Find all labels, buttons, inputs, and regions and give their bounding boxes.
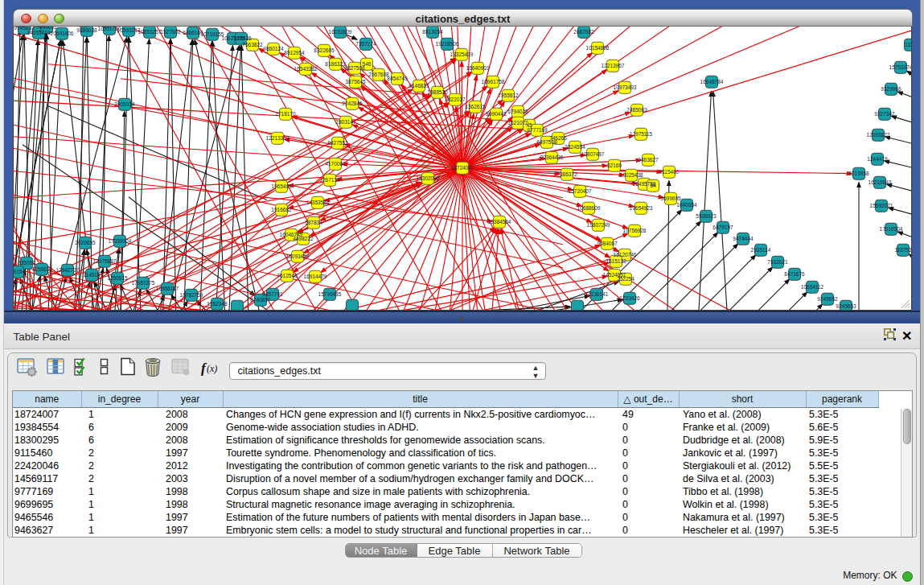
svg-text:19756928: 19756928 [623,228,647,233]
svg-text:7357274: 7357274 [355,41,376,47]
svg-text:7955812: 7955812 [498,93,519,98]
svg-text:3267130: 3267130 [319,177,340,183]
svg-text:9860124: 9860124 [263,46,284,51]
svg-text:6794028: 6794028 [507,109,528,114]
svg-text:6479197: 6479197 [713,225,733,230]
svg-text:16093459: 16093459 [286,253,310,259]
svg-text:2935114: 2935114 [751,247,771,253]
svg-text:10958117: 10958117 [156,286,179,291]
svg-text:8990448: 8990448 [486,111,507,117]
svg-text:10154808: 10154808 [586,45,610,51]
svg-text:2803147: 2803147 [335,119,356,125]
svg-text:15692071: 15692071 [870,203,893,208]
svg-text:13325419: 13325419 [450,51,474,57]
svg-text:4498222: 4498222 [293,236,314,241]
svg-text:12942737: 12942737 [56,267,80,273]
svg-text:8454749: 8454749 [387,76,408,81]
svg-text:9886038: 9886038 [76,27,97,33]
svg-text:9245652: 9245652 [817,296,838,302]
svg-text:9245653: 9245653 [836,303,856,309]
svg-text:1156829: 1156829 [32,266,52,272]
svg-text:10654112: 10654112 [801,284,824,290]
svg-text:16210643: 16210643 [869,179,892,185]
svg-text:15716485: 15716485 [318,291,342,297]
svg-text:7515526: 7515526 [231,35,252,41]
svg-text:9084067: 9084067 [597,241,618,246]
svg-text:18302095: 18302095 [417,175,440,181]
svg-text:14353584: 14353584 [306,200,330,205]
svg-text:16120746: 16120746 [614,252,637,257]
svg-text:14055713: 14055713 [27,30,51,35]
svg-text:9227342: 9227342 [874,111,895,117]
svg-text:15751074: 15751074 [889,64,912,70]
svg-text:8912954: 8912954 [284,50,305,56]
svg-text:7485063: 7485063 [626,107,647,113]
svg-text:1244419: 1244419 [867,156,888,162]
svg-text:2020655: 2020655 [75,240,96,245]
svg-text:9463627: 9463627 [638,157,659,163]
svg-text:9329966: 9329966 [881,86,901,92]
svg-text:19384554: 19384554 [488,219,511,225]
svg-text:16640910: 16640910 [466,65,490,71]
svg-text:16961758: 16961758 [482,79,505,84]
svg-text:8813054: 8813054 [422,29,443,35]
svg-text:9777169: 9777169 [527,127,548,133]
svg-text:39154: 39154 [14,269,25,274]
svg-text:15807249: 15807249 [587,222,610,228]
svg-text:1250515: 1250515 [107,275,128,281]
svg-text:8186323: 8186323 [325,61,346,67]
svg-text:7386372: 7386372 [556,171,577,177]
svg-text:16543382: 16543382 [294,66,318,72]
svg-text:18724007: 18724007 [451,165,474,171]
svg-text:15720407: 15720407 [569,188,592,194]
svg-text:10973493: 10973493 [614,84,637,90]
svg-text:2905334: 2905334 [114,101,135,107]
svg-text:746266: 746266 [549,135,567,141]
svg-text:13975887: 13975887 [93,258,117,264]
svg-text:9146821: 9146821 [409,83,429,89]
svg-text:5938923: 5938923 [696,213,717,219]
svg-text:8215958: 8215958 [848,171,869,176]
svg-text:1965493: 1965493 [271,183,292,189]
svg-text:252254: 252254 [617,276,634,282]
svg-text:10807487: 10807487 [581,151,605,157]
svg-text:(x): (x) [207,363,217,374]
svg-text:16648784: 16648784 [700,79,724,84]
svg-text:1362615: 1362615 [465,104,486,109]
svg-text:9474444: 9474444 [733,236,754,241]
svg-text:546: 546 [363,61,372,67]
svg-text:10688609: 10688609 [577,205,601,211]
svg-text:1527602: 1527602 [160,29,181,35]
svg-text:7932621: 7932621 [767,259,788,265]
svg-text:8322605: 8322605 [314,47,335,53]
svg-text:7490601: 7490601 [36,27,57,30]
svg-text:17359924: 17359924 [109,238,132,244]
svg-text:7663822: 7663822 [242,42,263,47]
svg-text:62160: 62160 [607,163,622,168]
svg-text:8427552: 8427552 [327,140,348,146]
svg-text:10593217: 10593217 [117,27,141,33]
svg-text:2718170: 2718170 [275,111,296,117]
svg-text:14136141: 14136141 [585,291,609,297]
svg-text:114519: 114519 [83,272,101,278]
svg-text:1916682: 1916682 [271,207,292,212]
svg-text:1621072: 1621072 [507,120,528,126]
svg-text:10025438: 10025438 [620,172,643,178]
svg-text:16782759: 16782759 [180,292,203,298]
svg-text:9242845: 9242845 [342,101,363,106]
svg-text:12975115: 12975115 [630,131,653,137]
svg-text:3824554: 3824554 [565,144,585,150]
svg-text:12213303: 12213303 [266,135,290,141]
svg-text:9115460: 9115460 [659,169,680,175]
svg-text:1640954: 1640954 [676,202,697,208]
svg-text:3822037: 3822037 [445,97,466,102]
svg-text:10719155: 10719155 [201,31,224,37]
svg-text:835061: 835061 [18,260,35,266]
svg-text:4170081: 4170081 [325,161,346,167]
svg-text:17957275: 17957275 [132,280,155,286]
svg-text:116753: 116753 [894,247,912,253]
svg-text:8471676: 8471676 [784,271,805,277]
svg-text:1117: 1117 [905,42,912,47]
svg-text:16914479: 16914479 [304,274,327,279]
svg-text:19654923: 19654923 [630,205,653,211]
